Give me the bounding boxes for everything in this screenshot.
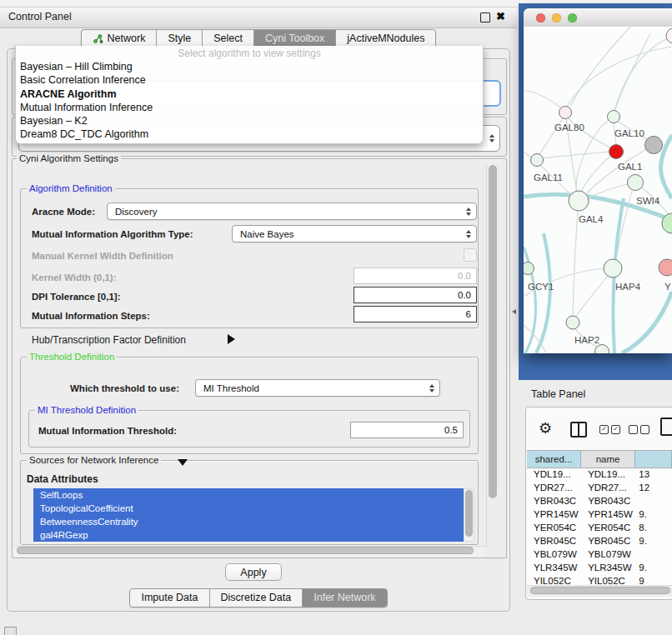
network-node-gal11[interactable]	[531, 154, 544, 167]
table-row[interactable]: YER054CYER054C8.	[527, 522, 672, 536]
network-node-label: GAL11	[534, 172, 563, 182]
expander-right-arrow-icon[interactable]	[228, 334, 235, 344]
window-minimize-button[interactable]	[552, 13, 561, 22]
network-edge[interactable]	[576, 276, 608, 317]
aracne-mode-combobox[interactable]: Discovery	[107, 202, 477, 220]
network-graph[interactable]: GAL80GAL10GAL1GAL11SWI4GAL4GCY1HAP4YHAP2	[524, 27, 672, 353]
network-edge[interactable]	[570, 27, 630, 107]
apply-button[interactable]: Apply	[225, 563, 282, 581]
data-attributes-list[interactable]: SelfLoopsTopologicalCoefficientBetweenne…	[33, 488, 464, 542]
sources-group-title[interactable]: Sources for Network Inference	[27, 455, 161, 465]
mi-threshold-input[interactable]	[350, 422, 464, 438]
attr-list-vscrollbar-thumb[interactable]	[465, 490, 473, 537]
float-window-icon[interactable]	[480, 12, 490, 22]
tab-jactivemnodules[interactable]: jActiveMNodules	[335, 30, 435, 48]
network-node-y[interactable]	[659, 259, 672, 276]
deselect-all-checkboxes-icon[interactable]	[629, 425, 649, 434]
data-attribute-item[interactable]: SelfLoops	[33, 488, 464, 502]
tab-cyni-toolbox[interactable]: Cyni Toolbox	[253, 30, 335, 48]
network-node-swi4[interactable]	[628, 175, 644, 191]
network-node-gal4[interactable]	[569, 191, 589, 211]
table-row[interactable]: YPR145WYPR145W9.	[527, 509, 672, 522]
mi-steps-input[interactable]	[354, 306, 477, 322]
table-column-header[interactable]	[635, 450, 672, 468]
data-attribute-item[interactable]: BetweennessCentrality	[33, 515, 464, 528]
network-edge[interactable]	[524, 90, 560, 108]
tab-select[interactable]: Select	[202, 30, 253, 48]
algorithm-option[interactable]: ARACNE Algorithm	[16, 88, 483, 101]
network-window-titlebar[interactable]	[524, 8, 672, 28]
split-columns-icon[interactable]	[570, 422, 587, 438]
table-row[interactable]: YIL052CYIL052C9	[527, 576, 672, 585]
panel-float-icon[interactable]	[4, 627, 17, 635]
mi-type-combobox[interactable]: Naive Bayes	[232, 225, 477, 242]
tab-style[interactable]: Style	[156, 30, 202, 48]
expander-down-arrow-icon[interactable]	[178, 459, 188, 466]
table-column-header[interactable]: shared...	[527, 450, 581, 468]
network-edge-thick[interactable]	[536, 233, 550, 353]
which-threshold-combobox[interactable]: MI Threshold	[195, 379, 440, 397]
table-row[interactable]: YDL19...YDL19...13	[527, 469, 672, 482]
network-canvas[interactable]: GAL80GAL10GAL1GAL11SWI4GAL4GCY1HAP4YHAP2	[524, 27, 672, 353]
bottom-tab-infer-network[interactable]: Infer Network	[302, 589, 386, 607]
table-row[interactable]: YBR043CYBR043C	[527, 496, 672, 509]
network-edge[interactable]	[524, 152, 532, 158]
tab-network[interactable]: Network	[82, 30, 157, 48]
algorithm-dropdown-items: Bayesian – Hill ClimbingBasic Correlatio…	[16, 60, 483, 142]
network-node-gal10[interactable]	[608, 111, 620, 123]
network-edge[interactable]	[615, 33, 650, 110]
network-node-gal1[interactable]	[609, 145, 624, 159]
network-node-hap2[interactable]	[566, 316, 579, 329]
close-icon[interactable]: ✖	[496, 10, 505, 22]
algorithm-option[interactable]: Bayesian – Hill Climbing	[16, 60, 483, 73]
split-columns-divider	[578, 423, 579, 436]
hub-definition-expander-label[interactable]: Hub/Transcription Factor Definition	[32, 334, 186, 346]
table-cell: YIL052C	[527, 576, 581, 585]
bottom-tab-discretize-data[interactable]: Discretize Data	[209, 589, 303, 607]
algorithm-option[interactable]: Mutual Information Inference	[16, 101, 483, 114]
table-row[interactable]: YBR045CYBR045C9.	[527, 536, 672, 549]
table-header-row: shared...name	[527, 450, 672, 468]
network-node-label: GAL80	[554, 122, 584, 132]
settings-vscrollbar-thumb[interactable]	[489, 165, 497, 498]
dpi-tolerance-input[interactable]	[354, 287, 477, 303]
algorithm-option[interactable]: Basic Correlation Inference	[16, 73, 483, 87]
window-zoom-button[interactable]	[568, 13, 577, 22]
table-cell: YLR345W	[527, 562, 581, 576]
document-icon[interactable]	[660, 418, 672, 436]
bottom-tab-label: Infer Network	[313, 589, 375, 607]
algorithm-option[interactable]: Dream8 DC_TDC Algorithm	[16, 128, 483, 141]
table-row[interactable]: YBL079WYBL079W	[527, 549, 672, 562]
select-all-checkboxes-icon[interactable]: ✓✓	[599, 425, 620, 434]
window-close-button[interactable]	[536, 13, 545, 22]
manual-kernel-checkbox[interactable]	[464, 248, 477, 262]
data-attribute-item[interactable]: TopologicalCoefficient	[33, 502, 464, 515]
splitter-collapse-arrow-icon[interactable]	[512, 309, 516, 314]
bottom-tab-impute-data[interactable]: Impute Data	[130, 589, 208, 607]
network-edge-thick[interactable]	[622, 292, 672, 353]
aracne-mode-value: Discovery	[115, 207, 157, 217]
table-row[interactable]: YLR345WYLR345W9.	[527, 562, 672, 576]
table-row[interactable]: YDR27...YDR27...12	[527, 482, 672, 496]
network-node-gcy1[interactable]	[524, 262, 534, 275]
network-edge[interactable]	[573, 211, 578, 316]
table-cell: YDR27...	[581, 482, 635, 496]
algorithm-dropdown-popup: Select algorithm to view settings Bayesi…	[15, 46, 484, 144]
table-hscrollbar-thumb[interactable]	[530, 587, 670, 594]
network-node[interactable]	[645, 137, 663, 154]
settings-hscrollbar-thumb[interactable]	[17, 547, 474, 554]
network-edge[interactable]	[543, 152, 609, 158]
which-threshold-label: Which threshold to use:	[70, 383, 179, 393]
aracne-mode-label: Aracne Mode:	[32, 207, 95, 217]
network-node-gal80[interactable]	[559, 107, 572, 119]
network-edge[interactable]	[581, 156, 611, 192]
kernel-width-input[interactable]	[354, 268, 477, 284]
network-node[interactable]	[666, 28, 672, 43]
data-attribute-item[interactable]: gal4RGexp	[33, 528, 464, 542]
table-column-header[interactable]: name	[581, 450, 635, 468]
bottom-tab-label: Impute Data	[141, 589, 198, 607]
algorithm-option[interactable]: Bayesian – K2	[16, 114, 483, 128]
gear-icon[interactable]: ⚙	[539, 419, 552, 438]
network-node[interactable]	[595, 345, 609, 354]
network-node-hap4[interactable]	[604, 259, 622, 278]
